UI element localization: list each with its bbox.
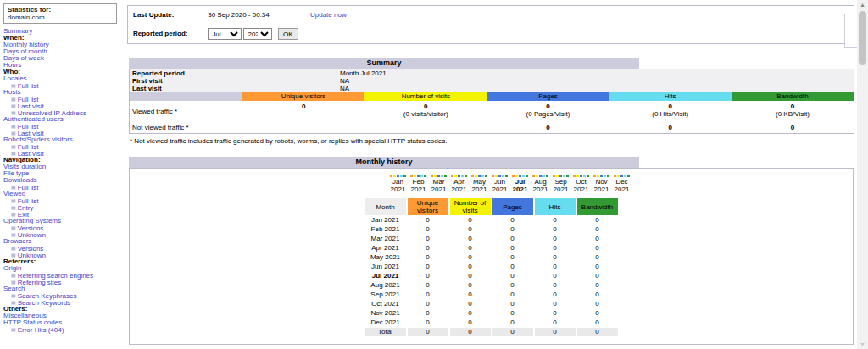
value-cell: 0 [450, 291, 491, 299]
month-label: Jan2021 [388, 178, 409, 193]
sidebar-item-search[interactable]: Search [3, 285, 25, 292]
month-bar-group [592, 175, 612, 177]
viewed-traffic-value: 0 [242, 102, 364, 110]
sidebar-item-hosts[interactable]: Hosts [3, 88, 20, 96]
list-icon: ▤ [11, 205, 16, 210]
zero-bar-tick [444, 175, 447, 177]
sidebar-row: ▤Referring search engines [3, 272, 125, 279]
month-label: Sep2021 [551, 178, 571, 193]
month-year: 2021 [592, 186, 612, 193]
zero-bar-tick [553, 175, 555, 177]
zero-bar-tick [536, 175, 538, 177]
zero-bar-tick [539, 175, 542, 177]
zero-bar-tick [461, 175, 464, 177]
sidebar-item-http-status-codes[interactable]: HTTP Status codes [3, 319, 62, 326]
value-cell: 0 [492, 225, 533, 234]
sidebar-item-locales[interactable]: Locales [3, 75, 27, 82]
month-label: Jun2021 [490, 178, 510, 193]
scrollbar-thumb[interactable] [859, 11, 866, 65]
update-now-link[interactable]: Update now [310, 11, 347, 19]
month-year: 2021 [470, 186, 490, 193]
value-cell: 0 [535, 253, 576, 262]
list-icon: ▤ [11, 273, 16, 278]
value-cell: 0 [492, 253, 533, 262]
value-cell: 0 [450, 300, 491, 308]
value-cell: 0 [535, 216, 576, 224]
zero-bar-tick [410, 175, 413, 177]
value-cell: 0 [577, 291, 618, 299]
sidebar-item-origin[interactable]: Origin [3, 264, 21, 272]
month-year: 2021 [531, 186, 551, 193]
sidebar-row: Viewed [3, 191, 125, 197]
month-cell: Nov 2021 [365, 309, 406, 318]
last-update-label: Last Update: [133, 11, 206, 19]
metric-header-bandwidth: Bandwidth [732, 92, 854, 101]
list-icon: ▤ [11, 293, 16, 298]
sidebar-item-viewed[interactable]: Viewed [3, 190, 25, 197]
value-cell: 0 [577, 235, 618, 243]
sidebar-subitem-error-hits-404-[interactable]: Error Hits (404) [18, 326, 64, 334]
zero-bar-tick [512, 175, 515, 177]
sidebar-item-browsers[interactable]: Browsers [3, 237, 31, 245]
not-viewed-traffic-cell [364, 121, 487, 135]
year-select[interactable]: 2021 [243, 28, 272, 40]
last-update-row: Last Update: 30 Sep 2020 - 00:34 Update … [133, 11, 347, 19]
value-cell: 0 [492, 291, 533, 299]
zero-bar-tick [434, 175, 437, 177]
sidebar-item-robots-spiders-visitors[interactable]: Robots/Spiders visitors [3, 136, 73, 143]
month-bar-group [409, 175, 429, 177]
sidebar-row: ▤Full list [3, 143, 125, 150]
total-value-cell: 0 [535, 328, 576, 336]
sidebar-item-operating-systems[interactable]: Operating Systems [3, 217, 61, 224]
not-viewed-traffic-cell: 0 [487, 121, 609, 135]
zero-bar-tick [458, 175, 460, 177]
monthly-table-row: Apr 202100000 [365, 244, 618, 252]
scrollbar-down-icon[interactable]: ▼ [857, 341, 868, 347]
monthly-header-month: Month [365, 198, 406, 215]
month-name: Feb [409, 178, 429, 186]
sidebar-row: ▤Entry [3, 204, 125, 211]
month-name: Aug [531, 178, 551, 186]
monthly-history-title-bar: Monthly history [129, 157, 639, 168]
monthly-header-bandwidth: Bandwidth [577, 198, 618, 215]
scrollbar-up-icon[interactable]: ▲ [857, 2, 868, 8]
month-cell: Oct 2021 [365, 300, 406, 308]
reported-period-row: Reported period: Jul 2021 OK [133, 28, 298, 40]
sidebar-row: Search [3, 285, 125, 292]
summary-box: Reported period Month Jul 2021 First vis… [129, 69, 854, 134]
value-cell: 0 [535, 309, 576, 318]
summary-info-row: First visit NA [130, 77, 854, 85]
zero-bar-tick [454, 175, 457, 177]
sidebar-row: HTTP Status codes [3, 319, 125, 326]
ok-button[interactable]: OK [278, 28, 298, 40]
viewed-traffic-cell: 0(0 KB/Visit) [732, 101, 854, 121]
reported-period-label: Reported period: [133, 30, 206, 37]
zero-bar-tick [478, 175, 481, 177]
month-select[interactable]: Jul [208, 28, 242, 40]
sidebar-item-authenticated-users[interactable]: Authenticated users [3, 115, 64, 123]
month-name: Oct [571, 178, 592, 186]
last-update-value: 30 Sep 2020 - 00:34 [208, 11, 270, 19]
reported-period-info-label: Reported period [130, 69, 340, 77]
zero-bar-tick [519, 175, 521, 177]
sidebar-item-downloads[interactable]: Downloads [3, 176, 37, 184]
value-cell: 0 [535, 281, 576, 290]
zero-bar-tick [492, 175, 494, 177]
zero-bar-tick [414, 175, 416, 177]
month-label: Apr2021 [449, 178, 470, 193]
zero-bar-tick [400, 175, 403, 177]
sidebar-row: Hosts [3, 89, 125, 96]
value-cell: 0 [450, 281, 491, 290]
value-cell: 0 [408, 319, 448, 327]
value-cell: 0 [535, 291, 576, 299]
value-cell: 0 [408, 235, 448, 243]
month-label: Jul2021 [510, 178, 531, 193]
total-value-cell: 0 [450, 328, 491, 336]
summary-title-bar: Summary [129, 58, 639, 69]
value-cell: 0 [492, 235, 533, 243]
vertical-scrollbar[interactable]: ▲ ▼ [857, 0, 868, 349]
viewed-traffic-value: 0 [609, 102, 732, 110]
monthly-table-row: Jun 202100000 [365, 263, 618, 271]
month-year: 2021 [409, 186, 429, 193]
month-cell: Apr 2021 [365, 244, 406, 252]
